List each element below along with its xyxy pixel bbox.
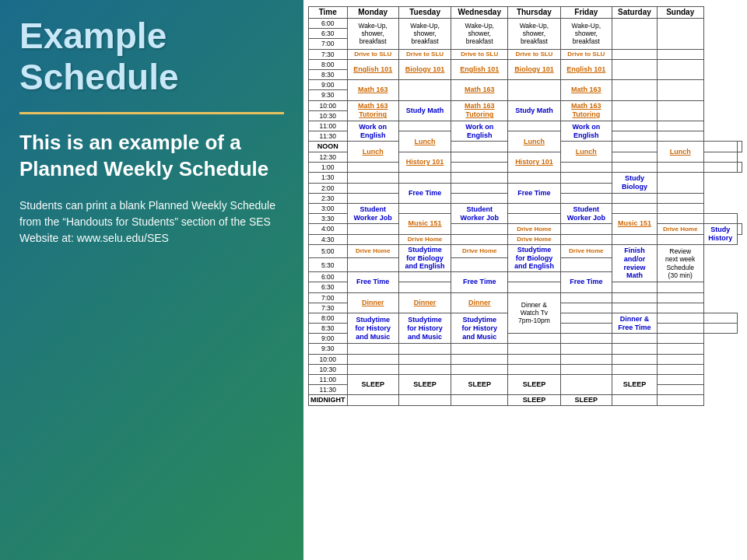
table-cell: Studytimefor Historyand Music: [347, 313, 398, 344]
table-cell: SLEEP: [612, 375, 657, 395]
table-cell: Drive to SLU: [398, 49, 451, 59]
table-header-row: Time Monday Tuesday Wednesday Thursday F…: [309, 7, 742, 19]
table-cell: [612, 303, 657, 313]
table-cell: [612, 344, 657, 354]
time-cell: 8:30: [309, 324, 348, 334]
time-cell: 11:30: [309, 131, 348, 142]
table-cell: SLEEP: [508, 375, 561, 395]
table-cell: [451, 364, 508, 374]
table-cell: [657, 385, 703, 395]
table-cell: Reviewnext weekSchedule(30 min): [657, 244, 703, 282]
table-cell: [508, 80, 561, 100]
table-cell: StudentWorker Job: [451, 203, 508, 223]
time-cell: 1:30: [309, 173, 348, 183]
table-cell: [560, 344, 612, 354]
table-cell: English 101: [347, 59, 398, 79]
table-cell: [657, 344, 703, 354]
table-cell: [347, 234, 398, 244]
time-cell: MIDNIGHT: [309, 395, 348, 406]
table-row: 6:00Wake-Up,shower,breakfastWake-Up,show…: [309, 19, 742, 29]
table-cell: [612, 292, 657, 303]
table-cell: Work onEnglish: [347, 121, 398, 141]
table-row: 8:00English 101Biology 101English 101Bio…: [309, 59, 742, 69]
table-cell: SLEEP: [560, 395, 612, 406]
table-cell: Biology 101: [508, 59, 561, 79]
table-cell: Music 151: [612, 214, 657, 234]
table-cell: [657, 80, 703, 100]
table-cell: [347, 193, 398, 203]
time-cell: 10:00: [309, 354, 348, 364]
table-cell: [612, 142, 657, 152]
time-cell: 7:30: [309, 49, 348, 59]
table-cell: [657, 354, 703, 364]
table-cell: Lunch: [347, 142, 398, 163]
table-cell: Dinner: [451, 292, 508, 313]
col-wednesday: Wednesday: [451, 7, 508, 19]
table-cell: [612, 193, 657, 203]
table-cell: Dinner &Watch Tv7pm-10pm: [508, 292, 561, 334]
table-cell: [451, 152, 508, 163]
table-cell: [612, 49, 657, 59]
table-cell: [612, 152, 657, 163]
table-cell: [398, 354, 451, 364]
time-cell: 6:00: [309, 19, 348, 29]
description: Students can print a blank Planned Weekl…: [19, 198, 284, 247]
time-cell: 4:30: [309, 234, 348, 244]
table-cell: [657, 19, 703, 50]
table-cell: [657, 131, 703, 142]
table-cell: Studytimefor Biologyand English: [398, 244, 451, 271]
table-row: 10:00Math 163TutoringStudy MathMath 163T…: [309, 100, 742, 110]
time-cell: 8:30: [309, 69, 348, 79]
table-cell: [657, 100, 703, 121]
col-monday: Monday: [347, 7, 398, 19]
table-cell: Drive Home: [398, 234, 451, 244]
table-cell: SLEEP: [398, 375, 451, 395]
table-cell: [560, 258, 612, 272]
table-cell: Work onEnglish: [560, 121, 612, 141]
table-cell: [560, 234, 612, 244]
table-cell: [703, 142, 737, 152]
table-row: 1:30StudyBiology: [309, 173, 742, 183]
table-cell: [508, 173, 561, 183]
table-cell: [657, 364, 703, 374]
table-cell: [560, 364, 612, 374]
table-cell: Dinner: [398, 292, 451, 313]
table-cell: [657, 59, 703, 79]
table-cell: [657, 121, 703, 131]
table-row: 4:00Drive HomeDrive HomeStudyHistory: [309, 224, 742, 234]
table-cell: [398, 272, 451, 282]
table-cell: [657, 282, 703, 292]
table-cell: [560, 224, 612, 234]
table-cell: [560, 183, 612, 193]
table-cell: Drive Home: [508, 234, 561, 244]
time-cell: 2:30: [309, 193, 348, 203]
table-cell: [451, 224, 508, 234]
table-cell: [657, 49, 703, 59]
table-cell: [560, 354, 612, 364]
table-cell: [560, 324, 612, 334]
table-cell: [737, 224, 742, 234]
table-row: 11:00Work onEnglishWork onEnglishWork on…: [309, 121, 742, 131]
page-title: Example Schedule: [19, 16, 284, 98]
table-cell: [612, 282, 657, 292]
time-cell: 5:00: [309, 244, 348, 258]
table-cell: [612, 121, 657, 131]
table-cell: [451, 395, 508, 406]
table-cell: SLEEP: [508, 395, 561, 406]
time-cell: 6:30: [309, 29, 348, 39]
table-cell: Study Math: [508, 100, 561, 121]
time-cell: 9:30: [309, 90, 348, 100]
table-cell: [560, 375, 612, 395]
col-time: Time: [309, 7, 348, 19]
table-cell: [703, 313, 737, 323]
table-cell: Study Math: [398, 100, 451, 121]
table-cell: Free Time: [347, 272, 398, 292]
table-cell: [703, 152, 737, 163]
table-cell: Wake-Up,shower,breakfast: [451, 19, 508, 50]
time-cell: 11:00: [309, 121, 348, 131]
table-cell: [560, 303, 612, 313]
table-cell: [398, 344, 451, 354]
table-cell: [560, 313, 612, 323]
time-cell: 11:30: [309, 385, 348, 395]
table-cell: Drive to SLU: [451, 49, 508, 59]
